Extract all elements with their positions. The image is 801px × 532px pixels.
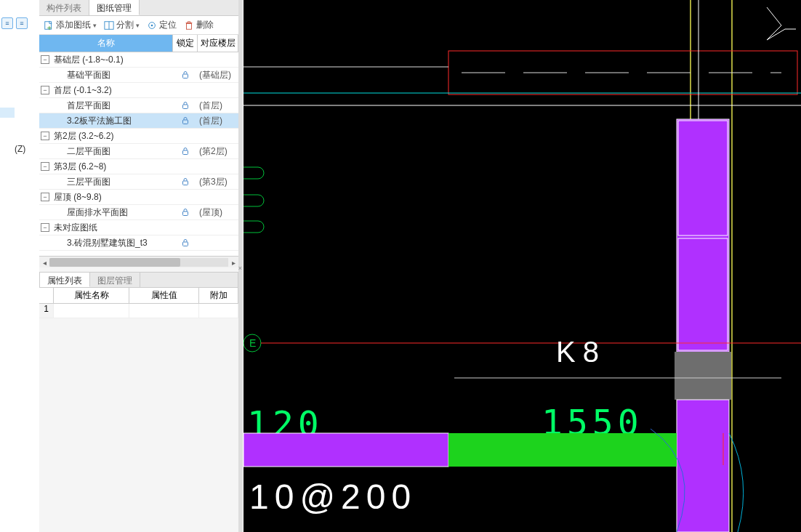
floor-cell: (首层) [198,100,238,112]
svg-rect-30 [448,433,677,467]
tree-group[interactable]: −第2层 (3.2~6.2) [39,129,238,144]
lock-icon[interactable] [173,208,198,217]
tree-item[interactable]: 三层平面图(第3层) [39,174,238,190]
lock-icon[interactable] [173,116,198,125]
add-icon [44,20,54,31]
axis-z-label: (Z) [15,144,25,154]
col-lock[interactable]: 锁定 [173,35,198,52]
tree-group[interactable]: −未对应图纸 [39,220,238,235]
cad-drawing: E K8 120 1550 10@200 [243,0,801,532]
tree-label: 二层平面图 [65,145,173,158]
collapse-icon[interactable]: − [41,162,49,171]
floor-cell: (基础层) [198,69,238,81]
top-tabs: 构件列表 图纸管理 [39,0,238,16]
tree-item[interactable]: 屋面排水平面图(屋顶) [39,205,238,220]
panel-resize-handle[interactable]: × [238,0,243,532]
k8-label: K8 [556,336,606,368]
tree-group[interactable]: −屋顶 (8~9.8) [39,190,238,205]
dropdown-caret-icon: ▾ [136,22,140,29]
list-icon[interactable]: ≡ [1,17,13,29]
tab-drawing-manage[interactable]: 图纸管理 [89,0,140,15]
tree-label: 3.2板平法施工图 [65,115,173,127]
svg-rect-8 [183,120,188,124]
tree-item[interactable]: 3.2板平法施工图(首层) [39,113,238,129]
cad-viewport[interactable]: E K8 120 1550 10@200 [243,0,801,532]
collapse-icon[interactable]: − [41,132,49,140]
drawing-tree[interactable]: −基础层 (-1.8~-0.1)基础平面图(基础层)−首层 (-0.1~3.2)… [39,52,238,256]
tab-properties[interactable]: 属性列表 [40,273,90,287]
split-button[interactable]: 分割 ▾ [104,19,140,31]
list-alt-icon[interactable]: ≡ [16,17,28,29]
svg-rect-25 [677,400,729,532]
col-prop-name: 属性名称 [54,288,129,303]
tree-item[interactable]: 基础平面图(基础层) [39,68,238,83]
axis-e-label: E [249,337,256,349]
delete-label: 删除 [196,19,214,31]
svg-rect-29 [243,433,448,467]
tree-label: 第2层 (3.2~6.2) [52,130,173,142]
lock-icon[interactable] [173,238,198,247]
drawing-toolbar: 添加图纸 ▾ 分割 ▾ 定位 删除 [39,16,238,35]
prop-value-cell[interactable] [129,304,199,318]
svg-rect-6 [183,74,188,78]
side-panel: 构件列表 图纸管理 添加图纸 ▾ 分割 ▾ 定位 删除 名称 锁定 对应楼层 −… [39,0,239,532]
locate-button[interactable]: 定位 [147,19,177,31]
prop-extra-cell[interactable] [199,304,238,318]
floor-cell: (首层) [198,115,238,127]
tree-label: 基础层 (-1.8~-0.1) [52,54,173,66]
collapse-icon[interactable]: − [41,86,49,94]
add-drawing-button[interactable]: 添加图纸 ▾ [44,19,97,31]
locate-icon [147,20,157,31]
svg-rect-9 [183,150,188,155]
lock-icon[interactable] [173,101,198,110]
tree-group[interactable]: −首层 (-0.1~3.2) [39,83,238,98]
scroll-right-icon[interactable]: ▸ [229,258,238,267]
tree-item[interactable]: 二层平面图(第2层) [39,144,238,159]
svg-rect-5 [187,23,192,29]
prop-name-cell[interactable] [54,304,129,318]
tree-item[interactable]: 首层平面图(首层) [39,98,238,113]
tree-group[interactable]: −第3层 (6.2~8) [39,159,238,174]
scroll-thumb[interactable] [49,258,180,267]
col-prop-value: 属性值 [129,288,199,303]
tab-component-list[interactable]: 构件列表 [39,0,89,15]
scroll-left-icon[interactable]: ◂ [40,258,49,267]
tree-label: 首层 (-0.1~3.2) [52,84,173,97]
tree-label: 基础平面图 [65,69,173,81]
col-floor[interactable]: 对应楼层 [198,35,238,52]
tree-label: 3.砖混别墅建筑图_t3 [65,237,173,249]
row-index: 1 [39,304,54,318]
col-name[interactable]: 名称 [39,35,173,52]
add-drawing-label: 添加图纸 [56,19,91,31]
tree-label: 屋顶 (8~9.8) [52,191,173,203]
tree-label: 首层平面图 [65,100,173,112]
col-index [39,288,54,303]
collapse-icon[interactable]: − [41,223,49,232]
svg-point-4 [151,24,153,26]
locate-label: 定位 [159,19,177,31]
bottom-tabs: 属性列表 图层管理 [39,272,238,288]
rebar-text: 10@200 [249,477,416,516]
collapse-icon[interactable]: − [41,193,49,201]
tree-group[interactable]: −基础层 (-1.8~-0.1) [39,52,238,68]
split-label: 分割 [116,19,134,31]
tree-label: 三层平面图 [65,176,173,188]
tree-item[interactable]: 3.砖混别墅建筑图_t3 [39,235,238,251]
property-header: 属性名称 属性值 附加 [39,288,238,304]
floor-cell: (第2层) [198,145,238,158]
collapse-icon[interactable]: − [41,55,49,64]
property-row[interactable]: 1 [39,304,238,318]
lock-icon[interactable] [173,177,198,186]
delete-button[interactable]: 删除 [184,19,214,31]
split-icon [104,20,114,31]
horizontal-scrollbar[interactable]: ◂ ▸ [39,256,238,267]
svg-rect-24 [675,352,731,400]
close-icon[interactable]: × [238,265,242,272]
dropdown-caret-icon: ▾ [93,22,97,29]
tab-layers[interactable]: 图层管理 [90,273,140,287]
lock-icon[interactable] [173,147,198,156]
svg-rect-7 [183,105,188,109]
tree-label: 未对应图纸 [52,222,173,234]
left-tool-strip: ≡ ≡ (Z) [0,0,31,532]
lock-icon[interactable] [173,70,198,79]
